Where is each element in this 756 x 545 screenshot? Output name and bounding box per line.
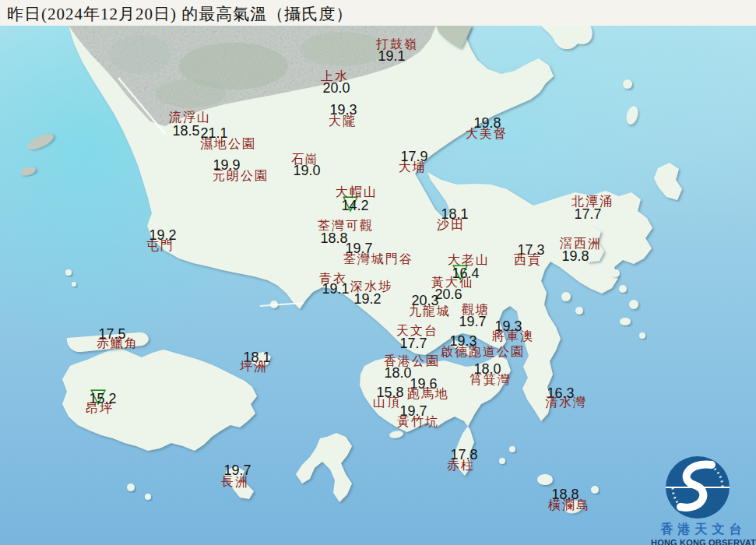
station-name: 流浮山: [169, 110, 211, 126]
station-name: 濕地公園: [200, 136, 256, 153]
station-name: 荃灣城門谷: [343, 251, 413, 268]
station-name: 大埔: [399, 160, 427, 176]
station-name: 荃灣可觀: [318, 218, 374, 234]
station-name: 昂坪: [86, 401, 114, 417]
stations-layer: 19.1打鼓嶺20.0上水19.3大隴19.8大美督18.5流浮山21.1濕地公…: [0, 0, 756, 545]
station-name: 長洲: [221, 474, 249, 490]
station-name: 跑馬地: [407, 386, 449, 403]
station-name: 觀塘: [462, 302, 490, 318]
hko-logo-icon: [651, 433, 756, 520]
station-name: 坪洲: [240, 359, 268, 375]
station-name: 黃竹坑: [397, 414, 439, 431]
station-name: 元朗公園: [213, 168, 269, 185]
station-name: 大老山: [448, 252, 490, 269]
station-name: 大美督: [466, 126, 508, 142]
station-name: 深水埗: [350, 279, 392, 295]
station-name: 香港公園: [384, 353, 440, 370]
station-name: 西貢: [514, 252, 542, 269]
station-name: 將軍澳: [492, 329, 534, 345]
station-name: 沙田: [437, 217, 465, 234]
hko-logo-chinese: 香港天文台: [651, 522, 756, 538]
station-name: 石崗: [291, 152, 319, 168]
station-name: 筲箕灣: [469, 372, 512, 389]
station-name: 大隴: [329, 114, 357, 130]
station-name: 啟德跑道公園: [441, 344, 525, 360]
station-name: 天文台: [396, 323, 438, 339]
station-name: 橫瀾島: [548, 498, 590, 514]
station-name: 大帽山: [336, 185, 378, 201]
station-name: 清水灣: [545, 395, 587, 411]
station-name: 黃大仙: [431, 275, 473, 291]
station-name: 上水: [321, 69, 349, 85]
station-name: 打鼓嶺: [376, 37, 418, 53]
station-name: 九龍城: [409, 304, 451, 320]
hko-logo: 香港天文台 HONG KONG OBSERVATORY: [651, 433, 756, 545]
station-name: 赤柱: [447, 458, 475, 474]
station-name: 屯門: [146, 238, 174, 255]
station-name: 赤鱲角: [97, 336, 139, 352]
hko-logo-english: HONG KONG OBSERVATORY: [651, 538, 756, 545]
station-name: 北潭涌: [571, 194, 614, 210]
station-name: 山頂: [373, 395, 401, 411]
station-name: 青衣: [319, 271, 347, 287]
station-name: 滘西洲: [560, 236, 602, 252]
weather-map-page: 昨日(2024年12月20日) 的最高氣溫（攝氏度） 19.1打鼓嶺20.0上水…: [0, 0, 756, 545]
